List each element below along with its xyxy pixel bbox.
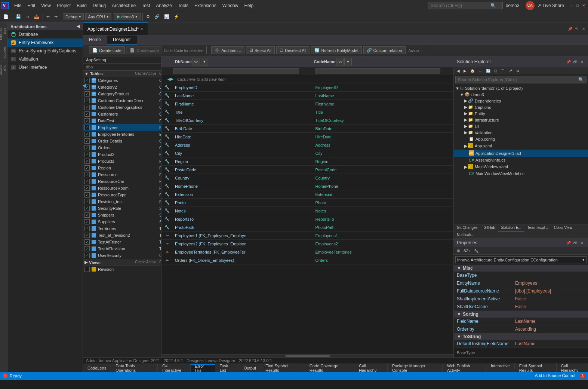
- source-control-label[interactable]: Add to Source Control: [535, 373, 575, 379]
- dbname-filter-input[interactable]: [173, 68, 299, 74]
- sol-item-validation[interactable]: ▶ 📁 Validation: [454, 129, 588, 136]
- debug-dropdown[interactable]: Debug ▾: [63, 13, 84, 20]
- sol-collapse-btn[interactable]: ⊟: [493, 68, 499, 74]
- sol-search-input[interactable]: [458, 77, 578, 82]
- extensions-btn[interactable]: ⚙: [144, 13, 152, 20]
- props-type-dropdown[interactable]: Innova.Architecture.Entity.Configuration…: [455, 256, 587, 263]
- sol-solution-root[interactable]: ▼ ⊞ Solution 'demo3' (1 of 1 project): [454, 85, 588, 91]
- dbname-filter2-btn[interactable]: ▼: [201, 58, 208, 65]
- table-row-datatest[interactable]: ✓ DataTest DataTest: [83, 117, 161, 124]
- search-input[interactable]: [431, 3, 490, 8]
- table-row-revision[interactable]: ✓ Revision_test Revisiontest: [83, 198, 161, 205]
- panel-close-btn[interactable]: ✕: [581, 26, 587, 32]
- sol-item-mainwindowvm[interactable]: C# MainWindowViewModel.cs: [454, 171, 588, 177]
- menu-architecture[interactable]: Architecture: [109, 1, 139, 10]
- save-btn[interactable]: 💾: [14, 13, 23, 20]
- sidebar-sql[interactable]: SQL Server Object Explorer: [1, 65, 7, 71]
- bottom-tab-datatools[interactable]: Data Tools Operations: [111, 364, 158, 372]
- table-row-orderdetails[interactable]: ✓ Order Details OrderDetails: [83, 138, 161, 144]
- bottom-tab-output[interactable]: Output: [239, 364, 261, 372]
- table-row-customers[interactable]: ✓ Customers Customers: [83, 111, 161, 117]
- publish-btn[interactable]: 📤: [32, 13, 41, 20]
- arch-item-database[interactable]: Database: [7, 30, 83, 39]
- table-row-employees[interactable]: ✓ Employees Employees: [83, 124, 161, 131]
- entity-scroll[interactable]: 🔧 EmployeeID EmployeeID 🔧 LastName LastN…: [161, 83, 453, 354]
- entity-row-postalcode[interactable]: 🔧 PostalCode PostalCode: [161, 166, 453, 174]
- menu-analyze[interactable]: Analyze: [153, 1, 175, 10]
- perf-btn[interactable]: 📊: [162, 13, 171, 20]
- table-row-ressourcecar[interactable]: ✓ RessourceCar RessourceCar: [83, 178, 161, 185]
- entity-row-country[interactable]: 🔧 Country Country: [161, 174, 453, 182]
- props-pin-btn[interactable]: 📌: [566, 240, 572, 246]
- menu-help[interactable]: Help: [241, 1, 256, 10]
- custom-relation-btn[interactable]: 🔗 Custom relation: [363, 46, 406, 54]
- tab-git-changes[interactable]: Git Changes: [454, 224, 481, 232]
- entity-row-titleofcourtesy[interactable]: 🔧 TitleOfCourtesy TitleOfCourtesy: [161, 116, 453, 125]
- misc-btn[interactable]: ⚡: [172, 13, 181, 20]
- bottom-tab-interactive[interactable]: Interactive: [486, 363, 515, 369]
- entity-row-fk4[interactable]: ⇒ Orders (FK_Orders_Employees) Orders: [161, 256, 453, 264]
- sol-item-entity[interactable]: ▶ 📁 Entity: [454, 110, 588, 117]
- table-row-suppliers[interactable]: ✓ Suppliers Suppliers: [83, 218, 161, 225]
- codename-filter-btn[interactable]: AA: [336, 58, 344, 65]
- add-new-item-row[interactable]: ◀▶ Click here to add new item: [161, 75, 453, 83]
- menu-debug[interactable]: Debug: [90, 1, 109, 10]
- sol-item-ui[interactable]: ▶ 📁 UI: [454, 123, 588, 129]
- table-row-employeeterritories[interactable]: ✓ EmployeeTerritories EmployeeTerritorie…: [83, 131, 161, 138]
- table-row-ressourceroom[interactable]: ✓ RessourceRoom RessourceRoom: [83, 185, 161, 192]
- menu-extensions[interactable]: Extensions: [191, 1, 219, 10]
- bottom-tab-codecoverage[interactable]: Code Coverage Results: [305, 364, 354, 372]
- h-scrollbar[interactable]: [161, 354, 453, 357]
- sol-home-btn[interactable]: 🏠: [469, 68, 476, 74]
- arch-item-resx[interactable]: RS Resx Syncing EntityCaptions: [7, 47, 83, 55]
- tab-application-designer[interactable]: ApplicationDesigner1.iad* ✕: [83, 22, 148, 35]
- sol-item-appxaml[interactable]: ▶ X App.xaml: [454, 142, 588, 150]
- entity-row-photopath[interactable]: 🔧 PhotoPath PhotoPath: [161, 223, 453, 232]
- live-share-button[interactable]: ↗ Live Share: [535, 3, 567, 8]
- select-all-btn[interactable]: ☑ Select All: [246, 46, 275, 54]
- view-row-revision[interactable]: ✓ Revision: [83, 266, 161, 273]
- sol-filter-btn[interactable]: ☰: [499, 68, 506, 74]
- table-row-products[interactable]: ✓ Products Products: [83, 158, 161, 165]
- table-row-categories[interactable]: ✓ Categories Categories: [83, 77, 161, 84]
- table-row-territories[interactable]: ✓ Territories Territories: [83, 225, 161, 232]
- table-row-usersecurity[interactable]: ✓ UserSecurity UserSecurity: [83, 252, 161, 259]
- entity-row-fk2[interactable]: ⇒ Employees2 (FK_Employees_Employe Emplo…: [161, 240, 453, 248]
- global-search[interactable]: 🔍: [428, 2, 503, 9]
- redo-btn[interactable]: ↪: [52, 13, 59, 20]
- tab-close-icon[interactable]: ✕: [140, 27, 143, 31]
- entity-row-extension[interactable]: 🔧 Extension Extension: [161, 190, 453, 199]
- attach-btn[interactable]: 🔗: [153, 13, 161, 20]
- add-item-btn[interactable]: ➕ Add item...: [211, 46, 244, 54]
- undo-btn[interactable]: ↩: [44, 13, 52, 20]
- menu-window[interactable]: Window: [219, 1, 241, 10]
- sol-forward-btn[interactable]: ▶: [462, 68, 468, 74]
- table-row-testafrevision2[interactable]: ✓ Test_af_revision2 Testafrevision2: [83, 232, 161, 239]
- arch-item-validation[interactable]: V Validation: [7, 55, 83, 63]
- bottom-tab-findsymbol[interactable]: Find Symbol Results: [261, 364, 305, 372]
- menu-edit[interactable]: Edit: [24, 1, 38, 10]
- entity-row-address[interactable]: 🔧 Address Address: [161, 141, 453, 149]
- tab-solution-explorer[interactable]: Solution E...: [498, 224, 524, 232]
- props-wrench-btn[interactable]: 🔧: [472, 248, 480, 254]
- run-button[interactable]: ▶ demo3 ▾: [114, 13, 141, 20]
- table-row-customerdemographics[interactable]: ✓ CustomerDemographics CustomerDemograph…: [83, 104, 161, 111]
- window-minimize[interactable]: —: [569, 3, 575, 9]
- entity-row-region[interactable]: 🔧 Region Region: [161, 157, 453, 166]
- props-section-tostring[interactable]: ▼ ToString: [454, 333, 588, 340]
- entity-row-employeeid[interactable]: 🔧 EmployeeID EmployeeID: [161, 83, 453, 92]
- save-all-btn[interactable]: 🗂: [24, 13, 31, 20]
- new-project-btn[interactable]: 📄: [1, 13, 10, 20]
- entity-row-fk1[interactable]: ⇒ Employees1 (FK_Employees_Employe Emplo…: [161, 232, 453, 240]
- table-row-region[interactable]: ✓ Region Region: [83, 165, 161, 171]
- props-float-btn[interactable]: 🗗: [572, 240, 578, 246]
- props-sort-btn[interactable]: AZ↓: [462, 248, 472, 254]
- dbname-filter-btn[interactable]: AA: [193, 58, 200, 65]
- deselect-all-btn[interactable]: ☐ Deselect All: [276, 46, 310, 54]
- menu-view[interactable]: View: [38, 1, 54, 10]
- sol-item-dependencies[interactable]: ▶ 🔗 Dependencies: [454, 98, 588, 104]
- sol-item-mainwindow[interactable]: ▶ X MainWindow.xaml: [454, 163, 588, 171]
- tab-designer[interactable]: Designer: [107, 36, 137, 45]
- close-btn[interactable]: ✕: [579, 59, 585, 65]
- create-code2-btn[interactable]: 📄 Create code: [126, 46, 162, 54]
